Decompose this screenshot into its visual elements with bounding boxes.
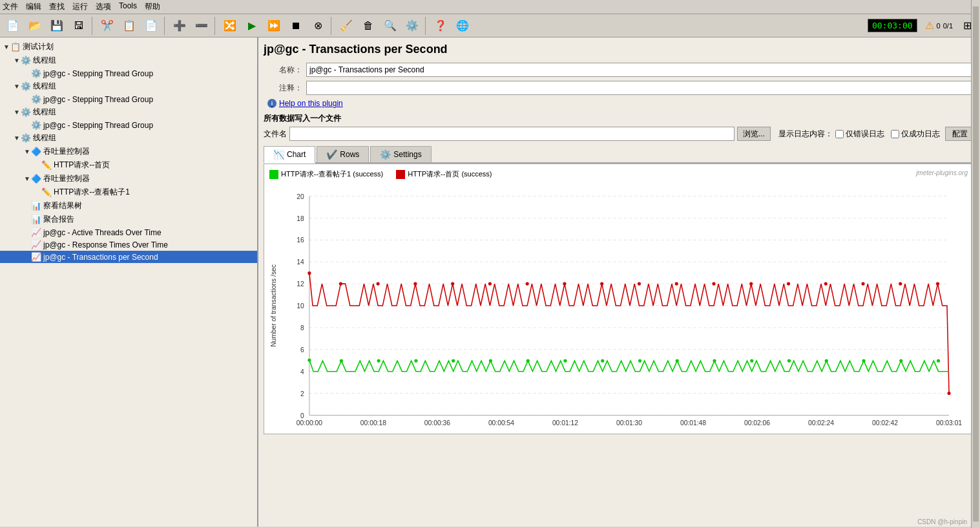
svg-text:6: 6 [300, 346, 304, 354]
expand-tg4[interactable]: ▼ [13, 134, 21, 142]
error-log-label: 仅错误日志 [846, 129, 884, 140]
svg-text:00:02:24: 00:02:24 [808, 419, 834, 427]
success-log-label: 仅成功日志 [901, 129, 940, 140]
chart-area: HTTP请求--查看帖子1 (success) HTTP请求--首页 (succ… [264, 164, 975, 434]
tps-icon: 📈 [31, 252, 41, 262]
right-panel: jp@gc - Transactions per Second 名称： 注释： … [258, 37, 980, 527]
tree-item-tps[interactable]: 📈 jp@gc - Transactions per Second [0, 251, 257, 263]
menu-options[interactable]: 选项 [96, 1, 111, 12]
tree-item-tc2[interactable]: ▼ 🔷 吞吐量控制器 [0, 172, 257, 185]
tab-rows[interactable]: ✔️ Rows [317, 146, 369, 162]
name-input[interactable] [306, 63, 975, 77]
open-button[interactable]: 📂 [25, 17, 45, 35]
tab-bar: 📉 Chart ✔️ Rows ⚙️ Settings [264, 146, 975, 164]
scrollbar-thumb[interactable] [973, 6, 979, 522]
tree-item-agg[interactable]: 📊 聚合报告 [0, 213, 257, 226]
copy-button[interactable]: 📋 [119, 17, 140, 35]
success-log-checkbox[interactable] [891, 130, 899, 138]
chart-tab-icon: 📉 [273, 149, 284, 160]
toolbar-separator-5 [425, 17, 428, 35]
tree-item-response[interactable]: 📈 jp@gc - Response Times Over Time [0, 238, 257, 251]
agg-icon: 📊 [31, 215, 41, 224]
menu-file[interactable]: 文件 [3, 1, 18, 12]
tree-label-http1: HTTP请求--首页 [54, 160, 110, 171]
remote-button[interactable]: 🌐 [452, 17, 473, 35]
tab-settings[interactable]: ⚙️ Settings [370, 146, 431, 162]
right-scrollbar[interactable] [971, 0, 980, 527]
tg3-icon: ⚙️ [21, 107, 31, 117]
comment-input[interactable] [306, 81, 975, 95]
settings-tab-icon: ⚙️ [380, 149, 391, 160]
svg-point-63 [526, 359, 530, 363]
svg-point-59 [377, 359, 381, 363]
settings-button[interactable]: ⚙️ [402, 17, 422, 35]
menu-tools[interactable]: Tools [119, 1, 137, 12]
svg-point-39 [339, 282, 342, 286]
tree-item-tc1[interactable]: ▼ 🔷 吞吐量控制器 [0, 145, 257, 158]
stop-button[interactable]: ⏹ [286, 17, 306, 35]
svg-point-66 [638, 359, 641, 363]
expand-tc1[interactable]: ▼ [23, 148, 31, 155]
tree-item-tg1[interactable]: ▼ ⚙️ 线程组 [0, 54, 257, 67]
tree-item-http1[interactable]: ✏️ HTTP请求--首页 [0, 158, 257, 172]
file-input[interactable] [289, 127, 735, 141]
menubar: 文件 编辑 查找 运行 选项 Tools 帮助 [0, 0, 980, 14]
save-as-button[interactable]: 💾 [47, 17, 67, 35]
expand-plan[interactable]: ▼ [3, 43, 10, 50]
error-log-checkbox-group[interactable]: 仅错误日志 [835, 129, 884, 140]
svg-point-73 [899, 359, 902, 363]
tab-chart[interactable]: 📉 Chart [264, 146, 315, 164]
error-log-checkbox[interactable] [835, 130, 844, 138]
start-button[interactable]: ▶ [242, 17, 262, 35]
tree-item-stg3[interactable]: ⚙️ jp@gc - Stepping Thread Group [0, 119, 257, 131]
name-row: 名称： [264, 63, 975, 77]
svg-point-70 [787, 359, 791, 363]
clear-all-button[interactable]: 🗑 [358, 17, 379, 35]
start-no-pause-button[interactable]: ⏩ [264, 17, 284, 35]
tree-item-result[interactable]: 📊 察看结果树 [0, 199, 257, 213]
help-link[interactable]: i Help on this plugin [267, 99, 975, 108]
shutdown-button[interactable]: ⊗ [308, 17, 328, 35]
svg-text:Number of transactions /sec: Number of transactions /sec [270, 264, 277, 347]
tree-item-plan[interactable]: ▼ 📋 测试计划 [0, 40, 257, 54]
browse-button[interactable]: 浏览... [737, 127, 771, 141]
expand-tg2[interactable]: ▼ [13, 83, 21, 90]
chart-svg: .grid-line { stroke: #cccccc; stroke-wid… [269, 183, 969, 428]
toolbar-separator-1 [92, 17, 94, 35]
tc2-icon: 🔷 [31, 174, 41, 184]
cut-button[interactable]: ✂️ [97, 17, 118, 35]
log-label: 显示日志内容： [778, 129, 833, 140]
save-button[interactable]: 🖫 [68, 17, 89, 35]
clear-button[interactable]: 🧹 [336, 17, 357, 35]
svg-point-50 [749, 282, 753, 286]
expand-tc2[interactable]: ▼ [23, 175, 31, 182]
expand-tg3[interactable]: ▼ [13, 109, 21, 116]
tree-label-tc2: 吞吐量控制器 [43, 173, 90, 184]
help-button[interactable]: ❓ [430, 17, 451, 35]
expand-button[interactable]: ➕ [169, 17, 190, 35]
expand-tg1[interactable]: ▼ [13, 57, 21, 64]
paste-button[interactable]: 📄 [141, 17, 162, 35]
svg-point-62 [489, 359, 492, 363]
menu-find[interactable]: 查找 [49, 1, 65, 12]
collapse-button[interactable]: ➖ [191, 17, 212, 35]
success-log-checkbox-group[interactable]: 仅成功日志 [891, 129, 940, 140]
menu-edit[interactable]: 编辑 [26, 1, 41, 12]
search-button[interactable]: 🔍 [380, 17, 401, 35]
left-panel: ▼ 📋 测试计划 ▼ ⚙️ 线程组 ⚙️ jp@gc - Stepping Th… [0, 37, 258, 527]
jmeter-credit: jmeter-plugins.org [916, 169, 968, 176]
tree-item-tg2[interactable]: ▼ ⚙️ 线程组 [0, 79, 257, 93]
svg-point-65 [601, 359, 604, 363]
svg-point-54 [899, 282, 902, 286]
tree-item-tg4[interactable]: ▼ ⚙️ 线程组 [0, 131, 257, 145]
menu-help[interactable]: 帮助 [145, 1, 160, 12]
remote-start-button[interactable]: 🔀 [220, 17, 240, 35]
tree-item-stg1[interactable]: ⚙️ jp@gc - Stepping Thread Group [0, 67, 257, 79]
tree-item-http2[interactable]: ✏️ HTTP请求--查看帖子1 [0, 185, 257, 199]
new-button[interactable]: 📄 [3, 17, 23, 35]
menu-run[interactable]: 运行 [72, 1, 88, 12]
tree-item-active[interactable]: 📈 jp@gc - Active Threads Over Time [0, 226, 257, 238]
tree-item-stg2[interactable]: ⚙️ jp@gc - Stepping Thread Group [0, 93, 257, 105]
tree-item-tg3[interactable]: ▼ ⚙️ 线程组 [0, 105, 257, 119]
svg-point-41 [413, 282, 417, 286]
